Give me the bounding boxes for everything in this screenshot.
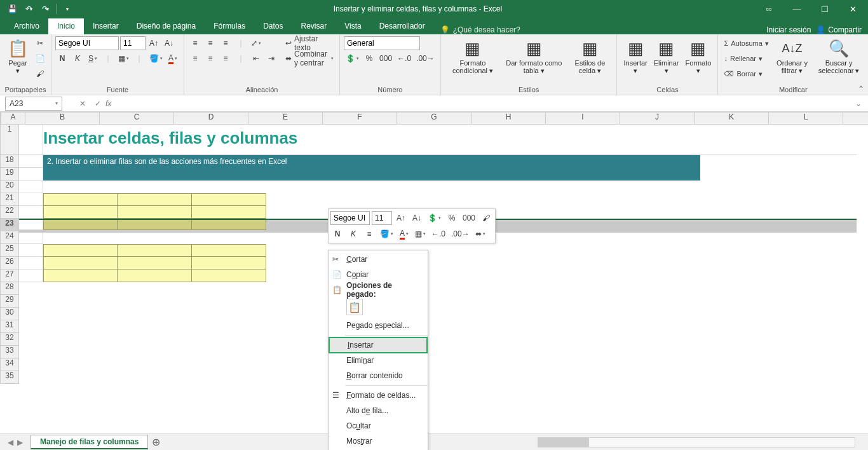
decrease-decimal-icon[interactable]: .00→ — [414, 51, 437, 65]
decrease-font-icon[interactable]: A↓ — [162, 36, 176, 50]
autosum-button[interactable]: ΣAutosuma ▾ — [722, 36, 770, 50]
underline-button[interactable]: S — [86, 51, 100, 65]
mini-format-painter-icon[interactable]: 🖌 — [479, 211, 493, 225]
bold-button[interactable]: N — [55, 51, 69, 65]
merge-center-button[interactable]: ⬌Combinar y centrar — [283, 51, 336, 65]
ctx-hide[interactable]: Ocultar — [329, 418, 428, 433]
row-header-28[interactable]: 28 — [0, 282, 19, 295]
sheet-prev-icon[interactable]: ◀ — [8, 438, 13, 447]
row-header-35[interactable]: 35 — [0, 371, 19, 384]
cell-styles-button[interactable]: ▦Estilos de celda ▾ — [567, 36, 613, 76]
insert-cells-button[interactable]: ▦Insertar▾ — [621, 36, 649, 76]
percent-format-icon[interactable]: % — [362, 51, 376, 65]
sheet-tab-active[interactable]: Manejo de filas y columnas — [31, 435, 148, 449]
align-center-icon[interactable]: ≡ — [203, 51, 217, 65]
cells-viewport[interactable]: Insertar celdas, filas y columnas 2. Ins… — [19, 125, 857, 422]
increase-decimal-icon[interactable]: ←.0 — [395, 51, 413, 65]
column-header-C[interactable]: C — [100, 112, 174, 125]
tell-me[interactable]: 💡 ¿Qué desea hacer? — [434, 25, 527, 34]
column-header-A[interactable]: A — [1, 112, 25, 125]
horizontal-scrollbar[interactable] — [538, 437, 855, 447]
increase-font-icon[interactable]: A↑ — [147, 36, 161, 50]
delete-cells-button[interactable]: ▦Eliminar▾ — [651, 36, 682, 76]
row-header-19[interactable]: 19 — [0, 168, 19, 181]
align-middle-icon[interactable]: ≡ — [203, 36, 217, 50]
conditional-formatting-button[interactable]: ▦Formato condicional ▾ — [445, 36, 501, 76]
row-header-34[interactable]: 34 — [0, 358, 19, 371]
column-header-J[interactable]: J — [620, 112, 695, 125]
ctx-insert[interactable]: Insertar — [329, 337, 428, 353]
ctx-paste-special[interactable]: Pegado especial... — [329, 318, 428, 333]
tab-data[interactable]: Datos — [254, 18, 292, 34]
mini-font-name[interactable] — [330, 211, 370, 225]
mini-dec-decimal-icon[interactable]: .00→ — [449, 227, 471, 241]
increase-indent-icon[interactable]: ⇥ — [264, 51, 278, 65]
close-button[interactable]: ✕ — [840, 0, 865, 18]
minimize-button[interactable]: — — [784, 0, 810, 18]
tab-formulas[interactable]: Fórmulas — [205, 18, 254, 34]
scrollbar-thumb[interactable] — [538, 438, 589, 447]
column-header-F[interactable]: F — [323, 112, 397, 125]
font-color-button[interactable]: A — [166, 51, 180, 65]
row-header-26[interactable]: 26 — [0, 257, 19, 269]
new-sheet-button[interactable]: ⊕ — [148, 436, 163, 448]
mini-align-icon[interactable]: ≡ — [362, 227, 376, 241]
align-top-icon[interactable]: ≡ — [188, 36, 202, 50]
save-icon[interactable]: 💾 — [5, 2, 19, 16]
tab-review[interactable]: Revisar — [292, 18, 336, 34]
ribbon-options-icon[interactable]: ▫▫ — [756, 0, 782, 18]
enter-formula-icon[interactable]: ✓ — [90, 99, 105, 108]
column-header-G[interactable]: G — [397, 112, 471, 125]
ctx-copy[interactable]: 📄Copiar — [329, 267, 428, 282]
sort-filter-button[interactable]: A↓ZOrdenar y filtrar ▾ — [772, 36, 812, 76]
ctx-show[interactable]: Mostrar — [329, 433, 428, 449]
mini-bold[interactable]: N — [330, 227, 344, 241]
accounting-format-icon[interactable]: 💲 — [344, 51, 361, 65]
share-button[interactable]: 👤 Compartir — [816, 25, 862, 34]
column-header-K[interactable]: K — [695, 112, 769, 125]
tab-view[interactable]: Vista — [336, 18, 370, 34]
wrap-text-button[interactable]: ↩Ajustar texto — [283, 36, 336, 50]
clear-button[interactable]: ⌫Borrar ▾ — [722, 67, 770, 81]
cut-icon[interactable]: ✂ — [33, 36, 47, 50]
row-header-30[interactable]: 30 — [0, 308, 19, 320]
column-header-B[interactable]: B — [25, 112, 100, 125]
copy-icon[interactable]: 📄 — [33, 51, 47, 65]
column-header-E[interactable]: E — [248, 112, 323, 125]
name-box[interactable]: A23▾ — [5, 97, 62, 111]
row-header-33[interactable]: 33 — [0, 346, 19, 358]
font-name-input[interactable] — [55, 36, 119, 50]
ctx-cut[interactable]: ✂Cortar — [329, 252, 428, 267]
row-header-21[interactable]: 21 — [0, 193, 19, 206]
format-as-table-button[interactable]: ▦Dar formato como tabla ▾ — [502, 36, 566, 76]
decrease-indent-icon[interactable]: ⇤ — [249, 51, 263, 65]
number-format-select[interactable] — [344, 36, 420, 50]
sheet-next-icon[interactable]: ▶ — [17, 438, 23, 447]
ctx-clear-contents[interactable]: Borrar contenido — [329, 368, 428, 383]
tab-developer[interactable]: Desarrollador — [370, 18, 434, 34]
paste-button[interactable]: 📋 Pegar▾ — [4, 36, 32, 76]
column-header-L[interactable]: L — [769, 112, 843, 125]
cancel-formula-icon[interactable]: ✕ — [75, 99, 90, 108]
column-header-H[interactable]: H — [471, 112, 546, 125]
mini-accounting-icon[interactable]: 💲 — [426, 211, 443, 225]
column-header-I[interactable]: I — [546, 112, 620, 125]
sign-in-link[interactable]: Iniciar sesión — [766, 25, 811, 34]
row-header-23[interactable]: 23 — [0, 219, 19, 231]
column-header-D[interactable]: D — [174, 112, 248, 125]
format-painter-icon[interactable]: 🖌 — [33, 67, 47, 81]
row-header-27[interactable]: 27 — [0, 269, 19, 282]
tab-home[interactable]: Inicio — [48, 18, 84, 34]
tab-file[interactable]: Archivo — [5, 18, 48, 34]
comma-format-icon[interactable]: 000 — [377, 51, 394, 65]
fx-icon[interactable]: fx — [105, 99, 116, 108]
undo-icon[interactable]: ↶▾ — [22, 2, 36, 16]
mini-border-icon[interactable]: ▦ — [413, 227, 428, 241]
collapse-ribbon-icon[interactable]: ⌃ — [858, 85, 864, 93]
fill-button[interactable]: ↓Rellenar ▾ — [722, 51, 770, 65]
redo-icon[interactable]: ↷▾ — [38, 2, 52, 16]
italic-button[interactable]: K — [71, 51, 85, 65]
row-header-24[interactable]: 24 — [0, 231, 19, 244]
row-header-25[interactable]: 25 — [0, 244, 19, 257]
ctx-format-cells[interactable]: ☰Formato de celdas... — [329, 388, 428, 403]
